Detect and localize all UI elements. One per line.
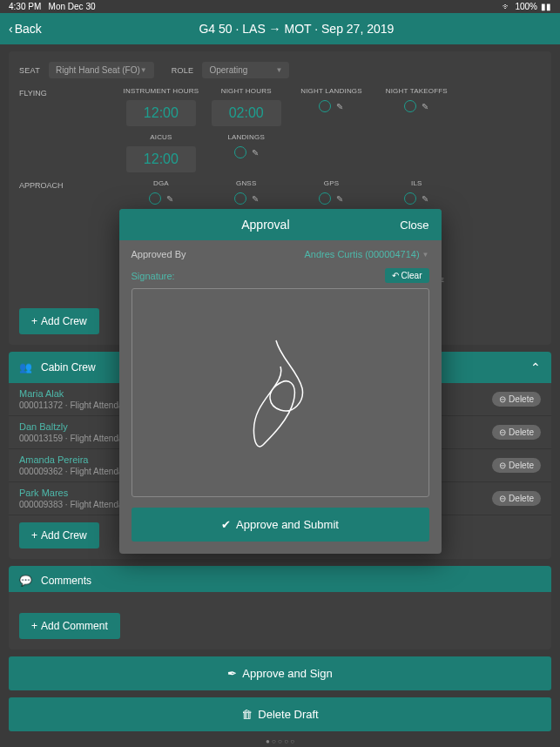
approved-by-label: Approved By xyxy=(132,249,186,259)
close-button[interactable]: Close xyxy=(400,219,428,232)
check-icon: ✔ xyxy=(221,518,231,531)
approve-submit-button[interactable]: ✔Approve and Submit xyxy=(132,508,429,542)
signature-drawing xyxy=(237,332,324,454)
clear-label: Clear xyxy=(401,271,422,280)
chevron-down-icon: ▼ xyxy=(422,251,429,259)
modal-header: Approval Close xyxy=(119,209,442,240)
modal-overlay: Approval Close Approved By Andres Curtis… xyxy=(0,0,560,747)
clear-button[interactable]: ↶Clear xyxy=(385,268,429,283)
approval-modal: Approval Close Approved By Andres Curtis… xyxy=(119,209,442,554)
submit-label: Approve and Submit xyxy=(236,518,339,531)
modal-title: Approval xyxy=(132,218,401,232)
undo-icon: ↶ xyxy=(392,271,399,280)
approver-select[interactable]: Andres Curtis (000004714)▼ xyxy=(305,249,429,259)
signature-label: Signature: xyxy=(132,271,175,281)
approver-name: Andres Curtis (000004714) xyxy=(305,249,420,259)
signature-pad[interactable] xyxy=(132,288,429,497)
